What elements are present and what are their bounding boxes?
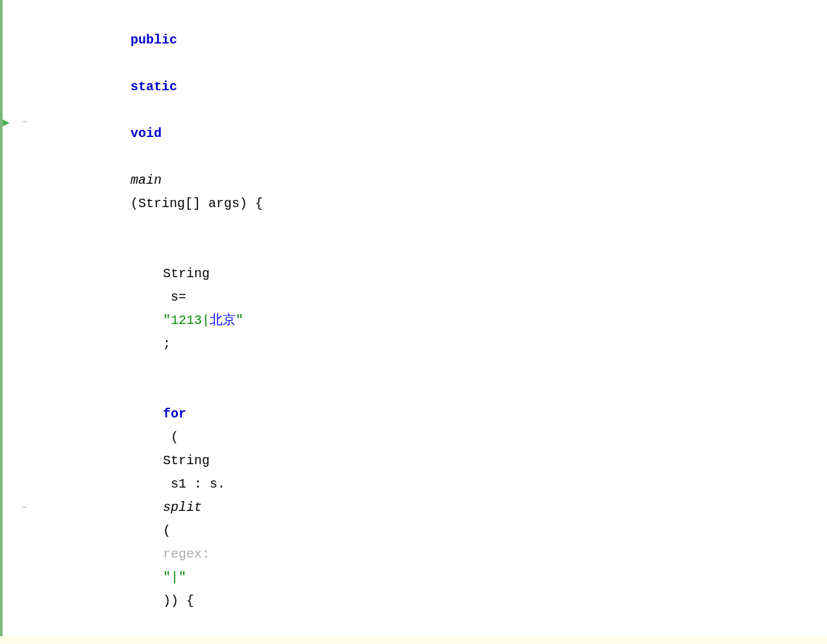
keyword-void: void [130,126,162,141]
line-content-4: System. out . println (s1); [62,636,827,644]
code-line-3: − for ( String s1 : s. split ( regex: "|… [0,379,827,636]
string-class: String [163,266,210,281]
code-editor: ▶ − public static void main (String[] ar… [0,0,827,644]
keyword-static: static [130,79,177,94]
method-split: split [163,500,202,515]
keyword-for: for [163,406,186,421]
gutter-2: − [0,304,62,314]
line-content-3: for ( String s1 : s. split ( regex: "|" … [62,379,827,636]
code-line-1: ▶ − public static void main (String[] ar… [0,5,827,239]
line-content-2: String s= "1213|北京" ; [62,239,827,379]
gutter-1: ▶ − [0,115,62,129]
code-line-4: − System. out . println (s1); [0,636,827,644]
fold-icon-3[interactable]: − [19,503,30,513]
line-content-1: public static void main (String[] args) … [62,5,827,239]
code-line-2: − String s= "1213|北京" ; [0,239,827,379]
run-button[interactable]: ▶ [3,115,17,129]
fold-icon-1[interactable]: − [19,118,30,127]
method-name: main [130,173,162,188]
gutter-3: − [0,503,62,513]
string-literal: "1213| [163,313,210,328]
param-hint: regex: [163,547,217,562]
keyword-public: public [130,32,177,47]
code-lines-container: ▶ − public static void main (String[] ar… [0,0,827,644]
chinese-chars: 北京 [210,313,236,328]
